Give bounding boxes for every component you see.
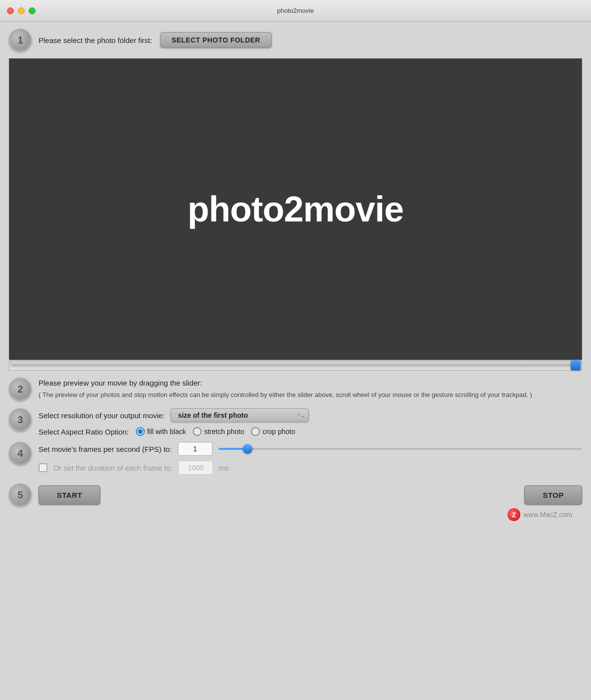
titlebar: photo2movie: [0, 0, 591, 22]
watermark: Z www.MacZ.com: [507, 508, 572, 521]
aspect-label: Select Aspect Ratio Option:: [39, 428, 129, 436]
step1-label: Please select the photo folder first:: [39, 36, 152, 44]
step4-content: Set movie's frames per second (FPS) to: …: [39, 442, 582, 475]
stop-button[interactable]: STOP: [524, 485, 582, 505]
radio-fill-btn[interactable]: [136, 427, 145, 436]
radio-crop-btn[interactable]: [251, 427, 260, 436]
aspect-row: Select Aspect Ratio Option: fill with bl…: [39, 427, 582, 436]
step3-badge: 3: [9, 408, 32, 431]
resolution-label: Select resolution of your output movie:: [39, 411, 165, 420]
duration-input[interactable]: [178, 461, 213, 475]
slider-thumb[interactable]: [571, 360, 581, 370]
radio-fill-label: fill with black: [147, 428, 186, 436]
macz-text: www.MacZ.com: [523, 511, 572, 519]
step1-row: 1 Please select the photo folder first: …: [9, 29, 582, 51]
duration-label: Or set the duration of each frame to:: [53, 464, 172, 472]
radio-stretch[interactable]: stretch photo: [193, 427, 244, 436]
radio-crop-label: crop photo: [262, 428, 295, 436]
start-button[interactable]: START: [39, 485, 100, 505]
slider-track[interactable]: [11, 364, 580, 367]
radio-stretch-label: stretch photo: [204, 428, 244, 436]
step5-row: 5 START STOP: [9, 483, 582, 506]
resolution-row: Select resolution of your output movie: …: [39, 408, 582, 422]
select-folder-button[interactable]: SELECT PHOTO FOLDER: [160, 32, 272, 48]
preview-area: photo2movie: [9, 58, 582, 360]
resolution-select[interactable]: size of the first photo 1920x1080 1280x7…: [170, 408, 309, 422]
step1-content: Please select the photo folder first: SE…: [39, 32, 582, 48]
fps-slider-thumb[interactable]: [243, 444, 253, 454]
bottom-area: 5 START STOP Z www.MacZ.com: [9, 483, 582, 531]
preview-slider-container[interactable]: [9, 360, 582, 371]
window-controls: [7, 7, 36, 14]
step5-content: START STOP: [39, 485, 582, 505]
resolution-select-wrapper[interactable]: size of the first photo 1920x1080 1280x7…: [170, 408, 309, 422]
fps-slider-track[interactable]: [218, 448, 582, 450]
radio-crop[interactable]: crop photo: [251, 427, 295, 436]
maximize-button[interactable]: [29, 7, 36, 14]
fps-label: Set movie's frames per second (FPS) to:: [39, 445, 172, 453]
radio-stretch-btn[interactable]: [193, 427, 202, 436]
step4-wrapper: 4 Set movie's frames per second (FPS) to…: [9, 442, 582, 475]
ms-label: ms: [219, 464, 229, 472]
step3-content: Select resolution of your output movie: …: [39, 408, 582, 436]
step2-row: 2 Please preview your movie by dragging …: [9, 378, 582, 400]
duration-row: Or set the duration of each frame to: ms: [39, 461, 582, 475]
window-title: photo2movie: [277, 7, 314, 14]
step4-badge: 4: [9, 442, 32, 465]
duration-checkbox[interactable]: [39, 463, 47, 472]
radio-fill[interactable]: fill with black: [136, 427, 186, 436]
fps-row: Set movie's frames per second (FPS) to:: [39, 442, 582, 456]
step1-badge: 1: [9, 29, 32, 51]
preview-title: photo2movie: [187, 189, 403, 229]
fps-input[interactable]: [178, 442, 212, 456]
step2-sub-text: ( The preview of your photos and stop mo…: [39, 390, 532, 400]
main-content: 1 Please select the photo folder first: …: [0, 22, 591, 541]
step2-text: Please preview your movie by dragging th…: [39, 378, 532, 399]
step2-main-text: Please preview your movie by dragging th…: [39, 378, 532, 389]
close-button[interactable]: [7, 7, 14, 14]
step3-wrapper: 3 Select resolution of your output movie…: [9, 408, 582, 436]
fps-slider-wrapper[interactable]: [218, 444, 582, 454]
step5-badge: 5: [9, 483, 32, 506]
minimize-button[interactable]: [18, 7, 25, 14]
macz-logo-icon: Z: [507, 508, 520, 521]
step2-badge: 2: [9, 378, 32, 400]
